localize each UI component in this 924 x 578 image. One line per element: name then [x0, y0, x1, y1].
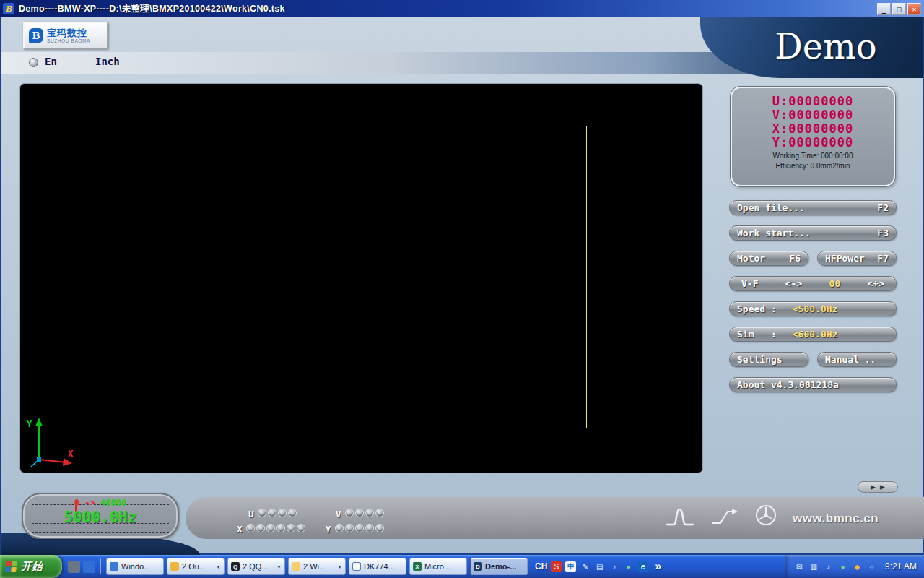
task-button-windows-group[interactable]: 2 Wi... ▼ [288, 558, 346, 575]
app-window: Demo B 宝玛数控 SUZHOU BAOMA En Inch Y X [0, 17, 924, 555]
indicator-group-y: Y [326, 522, 385, 535]
vf-label: V-F [741, 278, 758, 289]
outlook-icon [170, 562, 179, 571]
task-buttons: Windo... 2 Ou... ▼ Q 2 QQ... ▼ 2 Wi... ▼… [106, 558, 528, 575]
keyboard-icon[interactable]: ▤ [594, 561, 605, 572]
brand-title: Demo [746, 26, 876, 69]
sogou-icon[interactable]: S [551, 561, 562, 572]
manual-button[interactable]: Manual .. [817, 352, 897, 367]
dro-axis-u: U:00000000 [732, 95, 894, 108]
pager-last-icon[interactable]: ▶ [880, 483, 885, 491]
language-bar: CH S 中 ✎ ▤ ♪ ● e » [535, 560, 664, 573]
group-arrow-icon: ▼ [216, 564, 221, 569]
pager-next-icon[interactable]: ▶ [871, 483, 876, 491]
dro-display: U:00000000 V:00000000 X:00000000 Y:00000… [731, 87, 895, 186]
dro-axis-v: V:00000000 [732, 108, 894, 122]
vf-decrease-button[interactable]: <-> [785, 278, 802, 289]
task-button-excel[interactable]: X Micro... [409, 558, 467, 575]
hfpower-button[interactable]: HFPowerF7 [817, 251, 897, 266]
panel-pager[interactable]: ▶ ▶ [858, 481, 898, 493]
indicator-group-x: X [237, 522, 307, 535]
units-toggle[interactable]: Inch [95, 56, 120, 67]
start-button[interactable]: 开始 [0, 555, 62, 578]
system-tray: ✉ ▥ ♪ ● ◆ ☼ 9:21 AM [785, 555, 924, 578]
task-button-qq-group[interactable]: Q 2 QQ... ▼ [227, 558, 285, 575]
quick-launch-separator [100, 558, 101, 574]
desktop: B Demo----BMW-XP----D:\未整理\BMXP20100422\… [0, 0, 924, 578]
usb-tray-icon[interactable]: ◆ [852, 561, 863, 572]
limit-indicators-row1: U V [248, 507, 385, 520]
task-button-dk774[interactable]: ≡ DK774... [349, 558, 406, 575]
indicator-group-v: V [336, 507, 385, 520]
quick-launch-browser-icon[interactable] [83, 561, 95, 573]
close-button[interactable]: ✕ [907, 3, 921, 15]
motor-button[interactable]: MotorF6 [729, 251, 808, 266]
media-player-icon [110, 562, 118, 571]
safety-tray-icon[interactable]: ● [837, 561, 848, 572]
gauge-range: 0 -> 40000 [23, 498, 178, 508]
task-button-outlook-group[interactable]: 2 Ou... ▼ [167, 558, 225, 575]
ie-icon[interactable]: e [637, 561, 648, 572]
group-arrow-icon: ▼ [276, 564, 282, 569]
document-icon: ≡ [352, 562, 361, 571]
website-link[interactable]: www.bmnc.cn [793, 512, 879, 526]
drawing-canvas[interactable]: Y X [19, 83, 703, 473]
volume-tray-icon[interactable]: ♪ [823, 561, 834, 572]
speed-button[interactable]: Speed :<500.0Hz [729, 301, 897, 316]
group-arrow-icon: ▼ [337, 564, 342, 569]
efficiency: Efficiency: 0.0mm2/min [732, 162, 894, 170]
task-button-demo[interactable]: D Demo-... [470, 558, 528, 575]
dro-axis-x: X:00000000 [732, 122, 894, 136]
task-button-windows[interactable]: Windo... [106, 558, 164, 575]
limit-led-icon [268, 509, 276, 517]
limit-led-icon [276, 524, 285, 532]
work-start-button[interactable]: Work start...F3 [729, 225, 897, 241]
baoma-logo-icon: B [29, 28, 43, 43]
limit-led-icon [375, 509, 384, 517]
limit-led-icon [365, 524, 374, 532]
taskbar: 开始 Windo... 2 Ou... ▼ Q 2 QQ... ▼ [0, 555, 924, 578]
language-indicator[interactable]: CH [535, 561, 547, 571]
taskbar-clock[interactable]: 9:21 AM [885, 561, 917, 571]
limit-led-icon [335, 524, 344, 532]
open-file-button[interactable]: Open file...F2 [729, 200, 897, 215]
limit-led-icon [288, 509, 297, 517]
mail-tray-icon[interactable]: ✉ [794, 561, 805, 572]
quick-launch-desktop-icon[interactable] [68, 561, 80, 573]
limit-led-icon [297, 524, 305, 532]
transfer-path-icon[interactable] [710, 507, 739, 527]
overflow-chevron-icon[interactable]: » [655, 560, 661, 573]
language-toggle[interactable]: En [45, 56, 57, 67]
display-tray-icon[interactable]: ▥ [808, 561, 819, 572]
language-radio-icon[interactable] [29, 58, 38, 67]
windows-flag-icon [5, 561, 17, 572]
limit-led-icon [256, 524, 265, 532]
demo-app-icon: D [474, 562, 482, 571]
minimize-button[interactable]: _ [877, 3, 891, 15]
ime-icon[interactable]: 中 [565, 561, 576, 572]
settings-button[interactable]: Settings [729, 352, 808, 367]
svg-text:Y: Y [27, 419, 32, 429]
gauge-dial-icon[interactable] [754, 503, 778, 527]
quick-launch [68, 558, 103, 574]
limit-led-icon [258, 509, 266, 517]
app-icon: B [3, 3, 14, 14]
sim-button[interactable]: Sim :<600.0Hz [729, 327, 897, 342]
toolpath-leadin-line [132, 277, 284, 277]
baoma-logo-button[interactable]: B 宝玛数控 SUZHOU BAOMA [23, 22, 108, 49]
limit-led-icon [345, 524, 354, 532]
scheduler-tray-icon[interactable]: ☼ [866, 561, 877, 572]
sound-icon[interactable]: ♪ [609, 561, 619, 572]
status-dot-icon[interactable]: ● [623, 561, 634, 572]
limit-led-icon [365, 509, 374, 517]
vf-control[interactable]: V-F <-> 00 <+> [729, 276, 897, 291]
window-titlebar[interactable]: B Demo----BMW-XP----D:\未整理\BMXP20100422\… [0, 0, 924, 17]
vf-increase-button[interactable]: <+> [868, 278, 884, 289]
pulse-waveform-icon[interactable] [666, 506, 694, 527]
window-controls: _ □ ✕ [877, 3, 921, 15]
toolpath-rectangle [284, 126, 587, 428]
maximize-button[interactable]: □ [892, 3, 906, 15]
pen-icon[interactable]: ✎ [580, 561, 590, 572]
logo-subtitle: SUZHOU BAOMA [47, 38, 90, 43]
about-button[interactable]: About v4.3.081218a [729, 377, 897, 392]
